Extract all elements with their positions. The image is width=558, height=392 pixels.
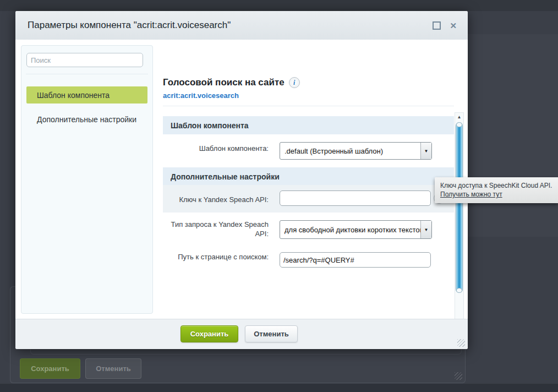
close-icon[interactable]: ✕ [450, 23, 457, 29]
window-controls: ✕ [433, 11, 457, 40]
chevron-down-icon[interactable]: ▼ [420, 143, 431, 159]
component-title: Голосовой поиск на сайте [163, 77, 285, 88]
dialog-body: Шаблон компонента Дополнительные настрой… [15, 40, 468, 319]
template-select[interactable]: .default (Встроенный шаблон) ▼ [280, 142, 432, 160]
section-header-additional: Дополнительные настройки [163, 167, 454, 186]
screen: Сохранить Отменить Параметры компонента … [0, 0, 558, 392]
sidebar: Шаблон компонента Дополнительные настрой… [21, 45, 153, 314]
component-info-icon[interactable]: i [289, 77, 300, 88]
scroll-up-icon[interactable]: ▲ [455, 113, 463, 121]
background-resize-handle-icon [455, 372, 462, 380]
field-label-template: Шаблон компонента: [163, 144, 269, 153]
tooltip-get-key-link[interactable]: Получить можно тут [440, 190, 502, 198]
vertical-scrollbar[interactable]: ▲ ▼ [455, 112, 464, 319]
save-button[interactable]: Сохранить [180, 325, 238, 342]
request-type-select-value: для свободной диктовки коротких текстов [280, 226, 420, 234]
section-title: Дополнительные настройки [171, 172, 280, 181]
sidebar-item-additional-settings[interactable]: Дополнительные настройки [26, 111, 147, 128]
field-label-api-key: Ключ к Yandex Speach API: [163, 195, 269, 204]
api-key-input[interactable] [280, 190, 431, 206]
field-label-search-path: Путь к странице с поиском: [163, 252, 269, 262]
dialog-title: Параметры компонента "acrit:acrit.voices… [28, 20, 231, 31]
chevron-down-icon[interactable]: ▼ [420, 221, 431, 238]
background-page-area [468, 34, 558, 237]
sidebar-divider [26, 74, 148, 74]
background-top-strip [0, 0, 558, 11]
background-bottom-bar [0, 384, 558, 392]
component-parameters-dialog: Параметры компонента "acrit:acrit.voices… [15, 11, 468, 349]
tooltip-text: Ключ доступа к SpeechKit Cloud API. [440, 182, 552, 189]
section-title: Шаблон компонента [171, 121, 249, 130]
sidebar-item-label: Шаблон компонента [37, 91, 110, 100]
field-label-line: Тип запроса к Yandex Speach [163, 220, 269, 229]
header-divider [163, 106, 454, 106]
component-code-link[interactable]: acrit:acrit.voicesearch [163, 91, 239, 100]
api-key-tooltip: Ключ доступа к SpeechKit Cloud API. Полу… [435, 177, 558, 203]
template-select-value: .default (Встроенный шаблон) [280, 147, 420, 155]
search-input[interactable] [26, 53, 143, 67]
component-header: Голосовой поиск на сайте i [163, 77, 300, 88]
field-label-request-type: Тип запроса к Yandex Speach API: [163, 220, 269, 238]
section-header-template: Шаблон компонента [163, 116, 454, 134]
field-label-line: API: [163, 229, 269, 238]
search-path-input[interactable] [280, 252, 431, 268]
dialog-footer: Сохранить Отменить [15, 319, 468, 349]
sidebar-item-component-template[interactable]: Шаблон компонента [26, 86, 147, 104]
cancel-button[interactable]: Отменить [245, 325, 298, 342]
resize-handle-icon[interactable] [457, 339, 465, 347]
maximize-icon[interactable] [433, 21, 441, 30]
background-save-button: Сохранить [20, 358, 80, 379]
scrollbar-thumb[interactable] [456, 122, 463, 293]
background-cancel-button: Отменить [85, 358, 141, 379]
dialog-titlebar: Параметры компонента "acrit:acrit.voices… [15, 11, 468, 40]
sidebar-item-label: Дополнительные настройки [37, 115, 136, 124]
request-type-select[interactable]: для свободной диктовки коротких текстов … [280, 220, 432, 239]
